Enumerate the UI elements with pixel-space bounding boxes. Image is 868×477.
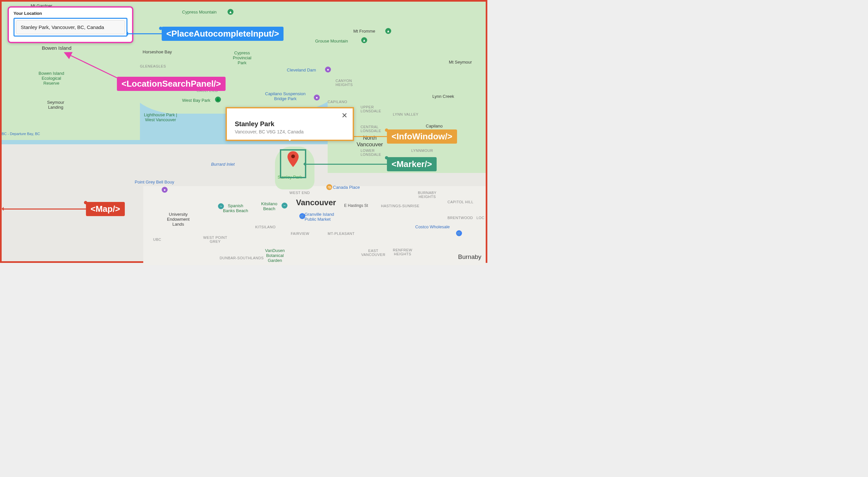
attraction-poi-icon[interactable]: ● <box>314 94 320 100</box>
search-panel-label: Your Location <box>13 11 127 16</box>
arrow-dot <box>385 128 388 132</box>
park-poi-icon[interactable]: ▲ <box>227 9 234 15</box>
arrow-dot <box>84 201 87 204</box>
info-window-title: Stanley Park <box>235 120 345 128</box>
mountain-poi-icon[interactable]: ▲ <box>385 28 391 34</box>
svg-point-2 <box>291 154 295 158</box>
info-window-close-button[interactable]: ✕ <box>340 112 349 120</box>
attraction-poi-icon[interactable]: ● <box>325 66 331 72</box>
attraction-poi-icon[interactable]: ● <box>162 187 167 193</box>
info-window: ✕ Stanley Park Vancouver, BC V6G 1Z4, Ca… <box>225 107 354 141</box>
info-window-subtitle: Vancouver, BC V6G 1Z4, Canada <box>235 129 345 135</box>
beach-poi-icon[interactable]: ~ <box>218 203 224 209</box>
location-search-panel: Your Location <box>7 6 133 43</box>
map-marker-pin[interactable] <box>287 151 299 167</box>
shopping-poi-icon[interactable]: 🛍 <box>326 184 332 190</box>
park-poi-icon[interactable]: 🌲 <box>215 96 221 102</box>
map-land <box>328 2 486 173</box>
store-poi-icon[interactable]: 🛒 <box>456 230 462 236</box>
market-poi-icon[interactable]: 🛒 <box>299 213 305 219</box>
place-autocomplete-input[interactable] <box>16 20 125 34</box>
mountain-poi-icon[interactable]: ▲ <box>361 37 367 43</box>
arrow-dot <box>385 156 388 159</box>
map-land <box>143 186 486 265</box>
info-window-tail <box>286 138 293 144</box>
map-component[interactable]: Mt Gardner Bowen Island Bowen Island Eco… <box>0 0 487 263</box>
beach-poi-icon[interactable]: ~ <box>282 203 287 209</box>
map-marker-highlight <box>280 149 306 178</box>
autocomplete-input-highlight <box>13 18 127 36</box>
